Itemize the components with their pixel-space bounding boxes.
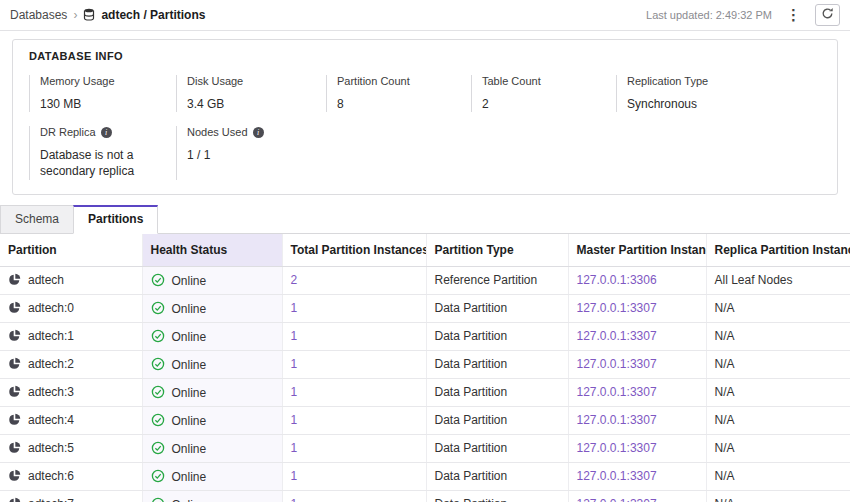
health-status-label: Online <box>172 498 207 502</box>
database-info-stats: Memory Usage130 MBDisk Usage3.4 GBPartit… <box>29 75 821 180</box>
stat-value: 1 / 1 <box>187 147 326 163</box>
table-row: adtech:0Online1Data Partition127.0.0.1:3… <box>0 294 850 322</box>
online-check-icon <box>151 386 165 400</box>
stat-label-text: Table Count <box>482 75 541 87</box>
stat-disk-usage: Disk Usage3.4 GB <box>176 75 326 112</box>
tab-bar: Schema Partitions <box>0 205 850 234</box>
stat-label: Partition Count <box>337 75 471 87</box>
refresh-button[interactable] <box>815 4 840 26</box>
breadcrumb-separator: › <box>73 8 77 22</box>
partition-name: adtech <box>28 273 64 287</box>
stat-label: Disk Usage <box>187 75 326 87</box>
partition-cell: adtech <box>0 266 142 294</box>
health-status-label: Online <box>172 470 207 484</box>
online-check-icon <box>151 498 165 502</box>
total-instances-link[interactable]: 1 <box>291 385 298 399</box>
column-header-health-status[interactable]: Health Status <box>142 234 282 267</box>
column-header-partition-type[interactable]: Partition Type <box>426 234 568 267</box>
table-row: adtech:7Online1Data Partition127.0.0.1:3… <box>0 490 850 502</box>
database-info-title: DATABASE INFO <box>29 50 821 62</box>
partition-type-cell: Data Partition <box>426 378 568 406</box>
breadcrumb: Databases › adtech / Partitions <box>10 8 205 22</box>
partition-name: adtech:2 <box>28 357 74 371</box>
partition-cell: adtech:1 <box>0 322 142 350</box>
partition-pie-icon <box>8 329 21 343</box>
partition-cell: adtech:3 <box>0 378 142 406</box>
master-instance-link[interactable]: 127.0.0.1:3307 <box>577 329 657 343</box>
stat-value: Database is not a secondary replica <box>40 147 176 179</box>
stat-label-text: Memory Usage <box>40 75 115 87</box>
total-instances-link[interactable]: 2 <box>291 273 298 287</box>
stat-value: 2 <box>482 96 616 112</box>
column-header-total-partition-instances[interactable]: Total Partition Instances <box>282 234 426 267</box>
partition-pie-icon <box>8 357 21 371</box>
partition-pie-icon <box>8 273 21 287</box>
partition-type-cell: Data Partition <box>426 490 568 502</box>
partition-type-cell: Data Partition <box>426 322 568 350</box>
breadcrumb-databases-link[interactable]: Databases <box>10 8 67 22</box>
stat-value: Synchronous <box>627 96 821 112</box>
partition-name: adtech:1 <box>28 329 74 343</box>
total-instances-cell: 1 <box>282 322 426 350</box>
health-status-label: Online <box>172 358 207 372</box>
breadcrumb-current: adtech / Partitions <box>101 8 205 22</box>
total-instances-link[interactable]: 1 <box>291 497 298 502</box>
partition-name: adtech:3 <box>28 385 74 399</box>
partition-type-cell: Data Partition <box>426 434 568 462</box>
total-instances-cell: 1 <box>282 350 426 378</box>
stat-replication-type: Replication TypeSynchronous <box>616 75 821 112</box>
column-header-master-partition-instance[interactable]: Master Partition Instance ... <box>568 234 706 267</box>
master-instance-cell: 127.0.0.1:3307 <box>568 378 706 406</box>
replica-instance-cell: N/A <box>706 350 850 378</box>
topbar: Databases › adtech / Partitions Last upd… <box>0 0 850 31</box>
master-instance-link[interactable]: 127.0.0.1:3307 <box>577 385 657 399</box>
tab-partitions[interactable]: Partitions <box>73 205 158 234</box>
master-instance-link[interactable]: 127.0.0.1:3306 <box>577 273 657 287</box>
total-instances-link[interactable]: 1 <box>291 441 298 455</box>
health-status-cell: Online <box>142 462 282 490</box>
total-instances-cell: 1 <box>282 406 426 434</box>
partition-cell: adtech:7 <box>0 490 142 502</box>
partition-cell: adtech:0 <box>0 294 142 322</box>
master-instance-link[interactable]: 127.0.0.1:3307 <box>577 301 657 315</box>
total-instances-link[interactable]: 1 <box>291 357 298 371</box>
replica-instance-cell: N/A <box>706 406 850 434</box>
table-row: adtech:6Online1Data Partition127.0.0.1:3… <box>0 462 850 490</box>
total-instances-link[interactable]: 1 <box>291 413 298 427</box>
master-instance-link[interactable]: 127.0.0.1:3307 <box>577 357 657 371</box>
master-instance-link[interactable]: 127.0.0.1:3307 <box>577 441 657 455</box>
topbar-actions: Last updated: 2:49:32 PM ⋮ <box>646 4 840 26</box>
partition-pie-icon <box>8 385 21 399</box>
partition-name: adtech:5 <box>28 441 74 455</box>
partition-name: adtech:0 <box>28 301 74 315</box>
online-check-icon <box>151 470 165 484</box>
partition-type-cell: Data Partition <box>426 406 568 434</box>
stat-value: 8 <box>337 96 471 112</box>
info-icon[interactable]: i <box>253 127 264 138</box>
health-status-cell: Online <box>142 294 282 322</box>
refresh-icon <box>821 7 834 23</box>
master-instance-link[interactable]: 127.0.0.1:3307 <box>577 413 657 427</box>
tab-schema[interactable]: Schema <box>0 205 74 233</box>
total-instances-link[interactable]: 1 <box>291 301 298 315</box>
health-status-label: Online <box>172 274 207 288</box>
total-instances-link[interactable]: 1 <box>291 469 298 483</box>
partition-name: adtech:7 <box>28 497 74 502</box>
stat-partition-count: Partition Count8 <box>326 75 471 112</box>
master-instance-link[interactable]: 127.0.0.1:3307 <box>577 497 657 502</box>
total-instances-link[interactable]: 1 <box>291 329 298 343</box>
stat-nodes-used: Nodes Usedi1 / 1 <box>176 126 326 179</box>
info-icon[interactable]: i <box>101 127 112 138</box>
master-instance-link[interactable]: 127.0.0.1:3307 <box>577 469 657 483</box>
master-instance-cell: 127.0.0.1:3307 <box>568 406 706 434</box>
kebab-menu-icon[interactable]: ⋮ <box>784 6 803 24</box>
last-updated-text: Last updated: 2:49:32 PM <box>646 9 772 21</box>
master-instance-cell: 127.0.0.1:3306 <box>568 266 706 294</box>
online-check-icon <box>151 330 165 344</box>
column-header-partition[interactable]: Partition <box>0 234 142 267</box>
app-window: Databases › adtech / Partitions Last upd… <box>0 0 850 502</box>
health-status-cell: Online <box>142 378 282 406</box>
column-header-replica-partition-instance[interactable]: Replica Partition Instance ... <box>706 234 850 267</box>
online-check-icon <box>151 358 165 372</box>
stat-label-text: DR Replica <box>40 126 96 138</box>
